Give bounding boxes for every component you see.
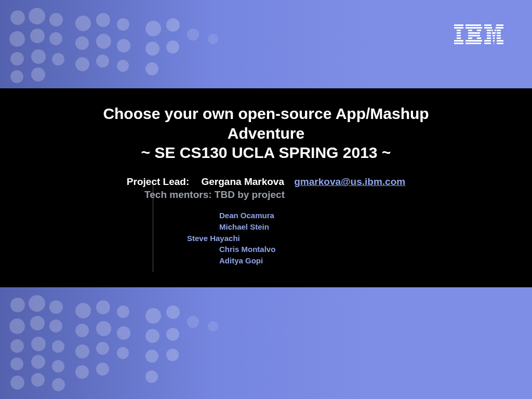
svg-rect-5	[457, 37, 461, 39]
svg-rect-27	[492, 32, 496, 34]
lead-label: Project Lead:	[127, 176, 189, 187]
svg-rect-32	[487, 37, 491, 39]
svg-rect-37	[497, 40, 503, 42]
svg-rect-36	[493, 40, 495, 42]
mentor-name-4: Chris Montalvo	[219, 244, 506, 255]
mentor-name-5: Aditya Gopi	[219, 255, 506, 267]
svg-rect-17	[466, 43, 481, 44]
background-pattern-bottom	[0, 287, 532, 399]
svg-rect-13	[468, 35, 480, 36]
title-band: Choose your own open-source App/Mashup A…	[0, 88, 532, 287]
svg-rect-33	[493, 37, 495, 39]
svg-rect-35	[484, 40, 491, 42]
svg-rect-31	[497, 35, 501, 36]
svg-rect-14	[468, 37, 472, 39]
svg-rect-11	[477, 30, 481, 31]
mentor-name-3: Steve Hayachi	[187, 233, 506, 244]
svg-rect-6	[454, 40, 463, 42]
svg-rect-29	[487, 35, 491, 36]
tech-mentors-line: Tech mentors: TBD by project	[0, 189, 506, 201]
slide-subtitle: ~ SE CS130 UCLA SPRING 2013 ~	[26, 144, 506, 162]
svg-rect-2	[457, 30, 461, 31]
svg-rect-18	[484, 24, 491, 26]
svg-rect-39	[494, 43, 494, 44]
svg-rect-10	[468, 30, 472, 31]
svg-rect-26	[487, 32, 491, 34]
svg-rect-1	[454, 27, 463, 29]
mentor-name-2: Michael Stein	[219, 221, 506, 233]
svg-rect-8	[466, 24, 481, 26]
svg-rect-9	[466, 27, 482, 29]
svg-rect-22	[487, 30, 491, 31]
ibm-logo	[454, 24, 503, 44]
svg-rect-30	[493, 35, 495, 36]
svg-rect-38	[484, 43, 491, 44]
lead-email-link[interactable]: gmarkova@us.ibm.com	[294, 176, 405, 187]
divider-line	[153, 184, 153, 272]
svg-rect-0	[454, 24, 463, 26]
svg-rect-4	[457, 35, 461, 36]
mentor-name-1: Dean Ocamura	[219, 210, 506, 221]
project-lead-line: Project Lead: Gergana Markova gmarkova@u…	[26, 176, 506, 188]
svg-rect-25	[497, 30, 501, 31]
svg-rect-28	[497, 32, 501, 34]
svg-rect-7	[454, 43, 463, 44]
svg-rect-19	[496, 24, 503, 26]
svg-rect-24	[495, 30, 496, 31]
lead-name: Gergana Markova	[202, 176, 284, 187]
svg-rect-21	[496, 27, 503, 29]
background-pattern-top	[0, 0, 532, 88]
svg-rect-12	[468, 32, 480, 34]
svg-rect-40	[497, 43, 503, 44]
svg-rect-23	[491, 30, 493, 31]
svg-rect-3	[457, 32, 461, 34]
svg-rect-20	[484, 27, 492, 29]
svg-rect-15	[477, 37, 481, 39]
svg-rect-34	[497, 37, 501, 39]
mentor-names: Dean Ocamura Michael Stein Steve Hayachi…	[219, 210, 506, 267]
slide-title: Choose your own open-source App/Mashup A…	[69, 104, 463, 143]
svg-rect-16	[466, 40, 482, 42]
